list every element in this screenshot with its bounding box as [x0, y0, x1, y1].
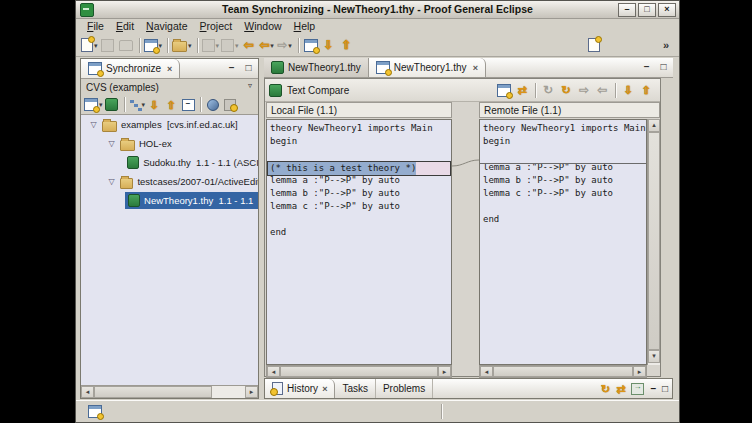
tab-history[interactable]: History ×: [265, 379, 335, 398]
open-folder-menu-button[interactable]: ▾: [172, 36, 192, 54]
copy-current-right-to-left-button[interactable]: ⇦: [594, 81, 610, 99]
previous-difference-button[interactable]: ⇧: [163, 97, 179, 113]
forward-history-button[interactable]: ⇨ ▾: [277, 36, 293, 54]
minimize-view-button[interactable]: –: [650, 383, 656, 394]
remote-file-pane[interactable]: theory NewTheory1 imports Main begin lem…: [479, 119, 647, 365]
maximize-window-button[interactable]: □: [638, 3, 656, 17]
minimize-window-button[interactable]: –: [618, 3, 636, 17]
run-icon: [202, 39, 215, 52]
next-change-button[interactable]: ⇩: [321, 36, 337, 54]
expander-icon[interactable]: ▽: [107, 177, 116, 186]
editor-tab-bar: NewTheory1.thy NewTheory1.thy × – □: [264, 58, 673, 78]
close-icon[interactable]: ×: [322, 384, 327, 394]
menu-file[interactable]: File: [82, 20, 109, 32]
scroll-down-icon[interactable]: ▾: [648, 350, 660, 363]
swap-panes-button[interactable]: [496, 81, 512, 99]
toolbar-overflow-button[interactable]: »: [608, 39, 669, 51]
previous-change-button[interactable]: ⇧: [339, 36, 355, 54]
print-icon: [119, 40, 133, 51]
selected-tree-item[interactable]: NewTheory1.thy 1.1 - 1.1 (A: [125, 192, 258, 209]
menu-edit[interactable]: Edit: [111, 20, 139, 32]
pin-button[interactable]: [205, 97, 221, 113]
refresh-icon[interactable]: ↻: [601, 383, 610, 395]
tab-newtheory1-editor[interactable]: NewTheory1.thy: [264, 58, 369, 77]
scroll-right-icon[interactable]: ▸: [438, 366, 451, 377]
scroll-right-icon[interactable]: ▸: [245, 386, 258, 398]
scrollbar-thumb[interactable]: [493, 366, 633, 377]
synchronize-menu-button[interactable]: ▾: [84, 97, 103, 113]
minimize-editor-button[interactable]: –: [640, 61, 653, 73]
close-window-button[interactable]: ×: [658, 3, 676, 17]
synchronize-tree: ▽ examples [cvs.inf.ed.ac.uk] ▽ HOL-ex S…: [81, 114, 258, 385]
scrollbar-thumb[interactable]: [94, 386, 212, 398]
structure-compare-button[interactable]: ⇄: [514, 81, 530, 99]
previous-difference-button[interactable]: ⇧: [638, 81, 654, 99]
new-synchronization-button[interactable]: [104, 97, 120, 113]
tab-synchronize[interactable]: Synchronize ×: [81, 59, 180, 78]
code-line: lemma b :"P-->P" by auto: [267, 187, 451, 200]
tree-mode-icon: [129, 99, 141, 110]
menu-help[interactable]: Help: [289, 20, 321, 32]
link-with-editor-icon[interactable]: [631, 383, 644, 395]
scroll-right-icon[interactable]: ▸: [633, 366, 646, 377]
minimize-view-button[interactable]: –: [225, 62, 238, 74]
tree-row-newtheory1[interactable]: NewTheory1.thy 1.1 - 1.1 (A: [81, 191, 258, 210]
view-menu-icon[interactable]: ▿: [248, 81, 252, 90]
remote-vertical-scrollbar[interactable]: ▴ ▾: [647, 119, 660, 365]
collapse-all-button[interactable]: −: [180, 97, 196, 113]
debug-menu-button[interactable]: ▾: [221, 36, 239, 54]
diff-connector-line: [452, 119, 479, 365]
scrollbar-thumb[interactable]: [648, 132, 660, 350]
tab-problems[interactable]: Problems: [376, 379, 433, 398]
fast-view-button[interactable]: [88, 405, 102, 418]
tree-label: examples: [121, 119, 162, 130]
menu-project[interactable]: Project: [195, 20, 238, 32]
tree-row-testcases[interactable]: ▽ testcases/2007-01/ActiveEditorV: [81, 172, 258, 191]
close-icon[interactable]: ×: [471, 63, 478, 73]
new-wizard-button[interactable]: ▾: [81, 36, 98, 54]
compare-toolbar: ⇄ ↻ ↻ ⇨ ⇦ ⇩ ⇧: [496, 81, 656, 99]
close-icon[interactable]: ×: [165, 64, 172, 74]
menu-window[interactable]: Window: [239, 20, 286, 32]
print-button[interactable]: [118, 36, 134, 54]
next-difference-button[interactable]: ⇩: [620, 81, 636, 99]
back-button[interactable]: ⇦: [241, 36, 257, 54]
local-file-pane[interactable]: theory NewTheory1 imports Main begin lem…: [266, 119, 452, 365]
synchronize-icon: [144, 39, 158, 52]
tab-newtheory1-compare[interactable]: NewTheory1.thy ×: [369, 58, 486, 77]
expander-icon[interactable]: ▽: [107, 139, 116, 148]
save-button[interactable]: [100, 36, 116, 54]
synchronize-perspective-button[interactable]: ▾: [144, 36, 163, 54]
title-bar[interactable]: Team Synchronizing - NewTheory1.thy - Pr…: [76, 1, 679, 19]
open-perspective-button[interactable]: [586, 36, 602, 54]
copy-current-left-to-right-button[interactable]: ⇨: [576, 81, 592, 99]
synchronize-button[interactable]: [303, 36, 319, 54]
copy-all-left-to-right-button[interactable]: ↻: [540, 81, 556, 99]
tree-row-examples[interactable]: ▽ examples [cvs.inf.ed.ac.uk]: [81, 115, 258, 134]
scroll-up-icon[interactable]: ▴: [648, 119, 660, 132]
tree-row-sudoku[interactable]: Sudoku.thy 1.1 - 1.1 (ASCII -: [81, 153, 258, 172]
scrollbar-thumb[interactable]: [280, 366, 438, 377]
maximize-view-button[interactable]: □: [242, 62, 255, 74]
maximize-view-button[interactable]: □: [662, 383, 668, 394]
tree-horizontal-scrollbar[interactable]: ◂ ▸: [81, 385, 258, 398]
local-horizontal-scrollbar[interactable]: ◂ ▸: [266, 365, 452, 378]
scroll-left-icon[interactable]: ◂: [267, 366, 280, 377]
tree-row-hol-ex[interactable]: ▽ HOL-ex: [81, 134, 258, 153]
run-menu-button[interactable]: ▾: [202, 36, 220, 54]
copy-all-right-to-left-button[interactable]: ↻: [558, 81, 574, 99]
scroll-left-icon[interactable]: ◂: [480, 366, 493, 377]
compare-mode-icon[interactable]: ⇄: [616, 383, 625, 395]
presentation-mode-button[interactable]: ▾: [129, 97, 146, 113]
tab-tasks[interactable]: Tasks: [335, 379, 376, 398]
scroll-left-icon[interactable]: ◂: [81, 386, 94, 398]
maximize-editor-button[interactable]: □: [657, 61, 670, 73]
back-history-button[interactable]: ⇦ ▾: [259, 36, 275, 54]
schedule-button[interactable]: [222, 97, 238, 113]
expander-icon[interactable]: ▽: [89, 120, 98, 129]
selected-difference[interactable]: (* this is a test theory *): [267, 161, 451, 176]
open-folder-icon: [102, 121, 117, 132]
next-difference-button[interactable]: ⇩: [146, 97, 162, 113]
menu-navigate[interactable]: Navigate: [141, 20, 192, 32]
remote-horizontal-scrollbar[interactable]: ◂ ▸: [479, 365, 647, 378]
